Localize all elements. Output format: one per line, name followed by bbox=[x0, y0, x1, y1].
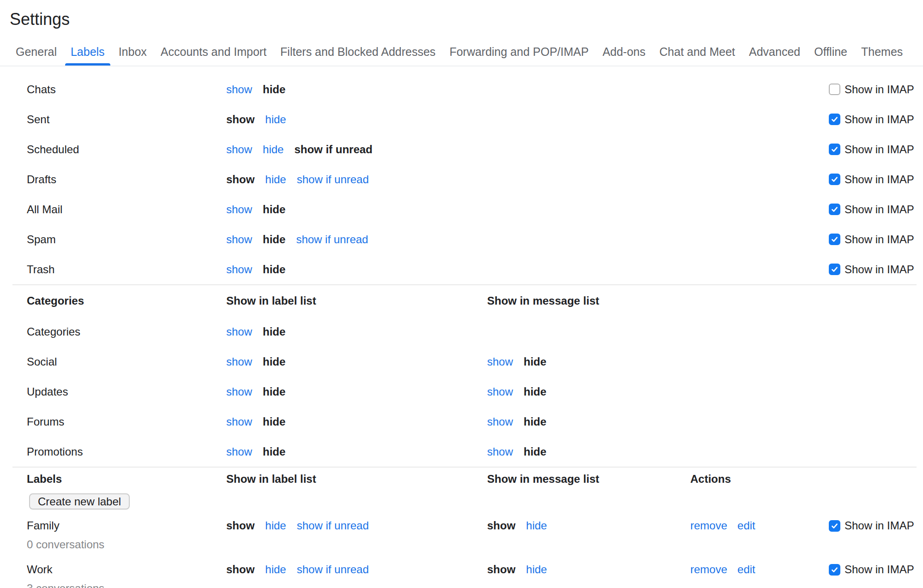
imap-cell: Show in IMAP bbox=[829, 113, 917, 126]
row-label: Family bbox=[27, 516, 226, 536]
imap-cell: Show in IMAP bbox=[829, 559, 917, 580]
tab-offline[interactable]: Offline bbox=[814, 38, 847, 66]
create-new-label-button[interactable]: Create new label bbox=[29, 493, 130, 510]
row-label-work: Work 3 conversations show hide show if u… bbox=[0, 553, 923, 588]
categories-section-title: Categories bbox=[27, 294, 226, 307]
label-info: Work 3 conversations bbox=[27, 559, 226, 588]
show-in-imap-checkbox[interactable] bbox=[829, 114, 840, 125]
label-list-options: show hide show if unread bbox=[226, 233, 487, 246]
hide-link[interactable]: hide bbox=[265, 563, 286, 576]
show-if-unread-link[interactable]: show if unread bbox=[297, 519, 369, 532]
show-option-selected: show bbox=[226, 563, 254, 576]
label-list-options: show hide bbox=[226, 113, 487, 126]
show-link[interactable]: show bbox=[487, 445, 513, 458]
message-list-options: show hide bbox=[487, 445, 690, 458]
hide-link[interactable]: hide bbox=[265, 519, 286, 532]
show-link[interactable]: show bbox=[226, 143, 252, 156]
message-list-options: show hide bbox=[487, 415, 690, 428]
create-label-row: Create new label bbox=[0, 493, 923, 510]
tab-chat-and-meet[interactable]: Chat and Meet bbox=[659, 38, 735, 66]
tab-add-ons[interactable]: Add-ons bbox=[603, 38, 645, 66]
label-list-options: show hide show if unread bbox=[226, 516, 487, 536]
show-link[interactable]: show bbox=[487, 415, 513, 428]
column-header-message-list: Show in message list bbox=[487, 473, 690, 486]
row-label: Updates bbox=[27, 385, 226, 398]
edit-link[interactable]: edit bbox=[737, 563, 755, 576]
row-label: Chats bbox=[27, 83, 226, 96]
row-label-family: Family 0 conversations show hide show if… bbox=[0, 510, 923, 553]
hide-option-selected: hide bbox=[263, 83, 285, 96]
imap-cell: Show in IMAP bbox=[829, 203, 917, 216]
tab-general[interactable]: General bbox=[16, 38, 57, 66]
settings-tab-bar: General Labels Inbox Accounts and Import… bbox=[0, 38, 923, 66]
actions-cell: remove edit bbox=[690, 516, 829, 536]
imap-cell: Show in IMAP bbox=[829, 516, 917, 536]
tab-labels[interactable]: Labels bbox=[71, 38, 105, 66]
label-list-options: show hide bbox=[226, 415, 487, 428]
show-in-imap-label: Show in IMAP bbox=[845, 173, 914, 186]
show-if-unread-link[interactable]: show if unread bbox=[297, 563, 369, 576]
show-in-imap-label: Show in IMAP bbox=[845, 113, 914, 126]
show-option-selected: show bbox=[487, 519, 515, 532]
hide-option-selected: hide bbox=[263, 445, 285, 458]
imap-cell: Show in IMAP bbox=[829, 263, 917, 276]
column-header-actions: Actions bbox=[690, 473, 829, 486]
show-in-imap-checkbox[interactable] bbox=[829, 174, 840, 185]
show-in-imap-checkbox[interactable] bbox=[829, 234, 840, 245]
show-link[interactable]: show bbox=[226, 83, 252, 96]
hide-link[interactable]: hide bbox=[526, 563, 547, 576]
show-link[interactable]: show bbox=[226, 385, 252, 398]
show-link[interactable]: show bbox=[226, 355, 252, 368]
tab-forwarding-and-pop-imap[interactable]: Forwarding and POP/IMAP bbox=[449, 38, 589, 66]
show-option-selected: show bbox=[226, 113, 254, 126]
hide-link[interactable]: hide bbox=[526, 519, 547, 532]
message-list-options: show hide bbox=[487, 559, 690, 580]
imap-cell: Show in IMAP bbox=[829, 233, 917, 246]
show-link[interactable]: show bbox=[226, 445, 252, 458]
show-in-imap-checkbox[interactable] bbox=[829, 144, 840, 155]
label-list-options: show hide bbox=[226, 445, 487, 458]
show-in-imap-checkbox[interactable] bbox=[829, 204, 840, 215]
hide-link[interactable]: hide bbox=[263, 143, 284, 156]
tab-accounts-and-import[interactable]: Accounts and Import bbox=[161, 38, 266, 66]
show-link[interactable]: show bbox=[226, 415, 252, 428]
show-in-imap-checkbox[interactable] bbox=[829, 264, 840, 275]
column-header-label-list: Show in label list bbox=[226, 473, 487, 486]
show-in-imap-checkbox[interactable] bbox=[829, 564, 840, 576]
show-link[interactable]: show bbox=[226, 325, 252, 338]
hide-option-selected: hide bbox=[524, 355, 546, 368]
label-list-options: show hide show if unread bbox=[226, 173, 487, 186]
row-sent: Sent show hide Show in IMAP bbox=[0, 104, 923, 134]
tab-themes[interactable]: Themes bbox=[861, 38, 903, 66]
remove-link[interactable]: remove bbox=[690, 519, 727, 532]
row-label: Social bbox=[27, 355, 226, 368]
remove-link[interactable]: remove bbox=[690, 563, 727, 576]
row-social: Social show hide show hide bbox=[0, 347, 923, 377]
message-list-options: show hide bbox=[487, 516, 690, 536]
show-if-unread-link[interactable]: show if unread bbox=[296, 233, 368, 246]
show-in-imap-checkbox[interactable] bbox=[829, 520, 840, 532]
tab-filters-and-blocked-addresses[interactable]: Filters and Blocked Addresses bbox=[280, 38, 435, 66]
hide-link[interactable]: hide bbox=[265, 113, 286, 126]
show-link[interactable]: show bbox=[487, 385, 513, 398]
conversation-count: 0 conversations bbox=[27, 536, 226, 553]
show-if-unread-link[interactable]: show if unread bbox=[297, 173, 369, 186]
message-list-options: show hide bbox=[487, 355, 690, 368]
show-link[interactable]: show bbox=[487, 355, 513, 368]
actions-cell: remove edit bbox=[690, 559, 829, 580]
page-title: Settings bbox=[0, 0, 923, 30]
label-list-options: show hide show if unread bbox=[226, 143, 487, 156]
hide-link[interactable]: hide bbox=[265, 173, 286, 186]
tab-advanced[interactable]: Advanced bbox=[749, 38, 800, 66]
tab-inbox[interactable]: Inbox bbox=[119, 38, 147, 66]
row-label: Work bbox=[27, 559, 226, 580]
imap-cell: Show in IMAP bbox=[829, 143, 917, 156]
show-link[interactable]: show bbox=[226, 233, 252, 246]
show-in-imap-checkbox[interactable] bbox=[829, 84, 840, 95]
show-link[interactable]: show bbox=[226, 263, 252, 276]
edit-link[interactable]: edit bbox=[737, 519, 755, 532]
row-promotions: Promotions show hide show hide bbox=[0, 437, 923, 467]
show-link[interactable]: show bbox=[226, 203, 252, 216]
row-label: Sent bbox=[27, 113, 226, 126]
row-chats: Chats show hide Show in IMAP bbox=[0, 74, 923, 104]
